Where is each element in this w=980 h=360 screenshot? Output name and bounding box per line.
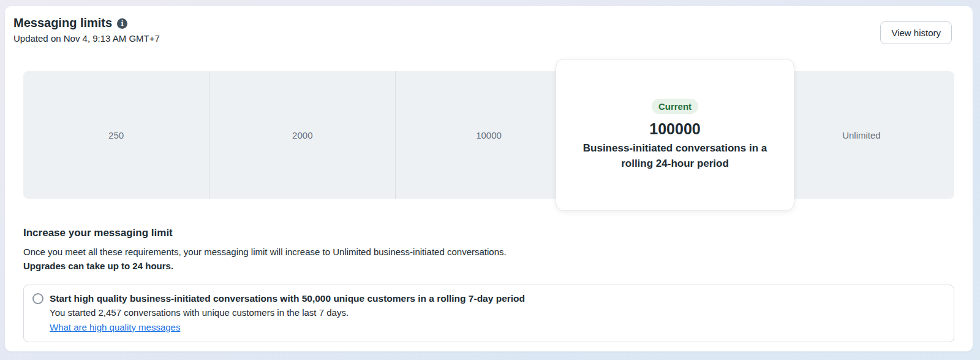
info-icon[interactable]: i <box>117 18 127 29</box>
limit-bar-wrapper: 250 2000 10000 Unlimited Current 100000 … <box>23 71 954 199</box>
section-heading: Increase your messaging limit <box>23 227 954 239</box>
section-description: Once you meet all these requirements, yo… <box>23 245 954 258</box>
requirement-text-block: Start high quality business-initiated co… <box>50 292 525 334</box>
requirement-title: Start high quality business-initiated co… <box>50 292 525 305</box>
upgrade-note: Upgrades can take up to 24 hours. <box>23 259 954 272</box>
limit-bar: 250 2000 10000 Unlimited <box>23 71 954 199</box>
tier-segment-10000: 10000 <box>396 71 582 199</box>
current-limit-value: 100000 <box>649 120 700 138</box>
messaging-limits-panel: Messaging limits i Updated on Nov 4, 9:1… <box>5 6 973 351</box>
high-quality-messages-link[interactable]: What are high quality messages <box>50 321 180 334</box>
title-row: Messaging limits i <box>13 16 160 30</box>
current-tier-card: Current 100000 Business-initiated conver… <box>556 59 794 211</box>
header-text-block: Messaging limits i Updated on Nov 4, 9:1… <box>13 16 160 44</box>
current-badge: Current <box>652 99 698 114</box>
increase-limit-section: Increase your messaging limit Once you m… <box>23 227 954 272</box>
tier-segment-250: 250 <box>23 71 209 199</box>
requirement-status-circle-icon <box>32 293 43 304</box>
page-title: Messaging limits <box>13 16 112 30</box>
current-limit-description: Business-initiated conversations in a ro… <box>574 140 776 171</box>
updated-timestamp: Updated on Nov 4, 9:13 AM GMT+7 <box>13 33 160 44</box>
view-history-button[interactable]: View history <box>880 21 952 44</box>
requirement-box: Start high quality business-initiated co… <box>23 285 954 342</box>
panel-header: Messaging limits i Updated on Nov 4, 9:1… <box>5 6 973 44</box>
tier-segment-2000: 2000 <box>209 71 396 199</box>
tier-segment-unlimited: Unlimited <box>769 71 954 199</box>
requirement-progress: You started 2,457 conversations with uni… <box>50 306 525 319</box>
